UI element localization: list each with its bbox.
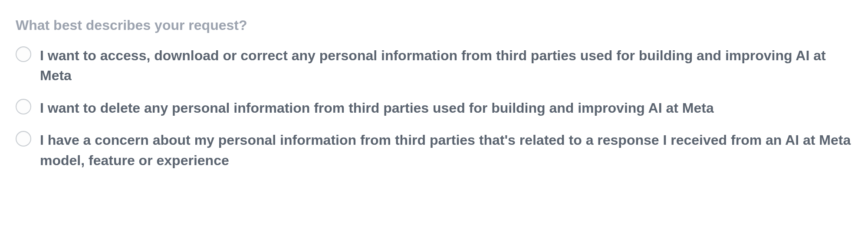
radio-option-concern[interactable]: I have a concern about my personal infor…: [16, 130, 852, 170]
radio-label: I want to delete any personal informatio…: [40, 98, 714, 118]
radio-circle-icon: [16, 131, 31, 147]
question-title: What best describes your request?: [16, 17, 852, 33]
radio-option-access[interactable]: I want to access, download or correct an…: [16, 46, 852, 86]
radio-group: I want to access, download or correct an…: [16, 46, 852, 170]
radio-label: I want to access, download or correct an…: [40, 46, 852, 86]
radio-circle-icon: [16, 46, 31, 62]
radio-circle-icon: [16, 99, 31, 114]
radio-option-delete[interactable]: I want to delete any personal informatio…: [16, 98, 852, 118]
radio-label: I have a concern about my personal infor…: [40, 130, 852, 170]
